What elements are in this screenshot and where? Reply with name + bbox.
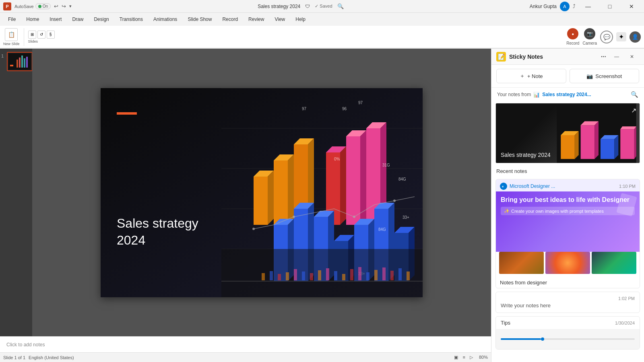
svg-text:31G: 31G (382, 163, 390, 167)
designer-footer-text: Notes from designer (500, 280, 547, 286)
mini-image-1 (499, 252, 544, 274)
screenshot-label: Screenshot (595, 73, 622, 79)
notes-placeholder: Click to add notes (6, 342, 45, 348)
tab-view[interactable]: View (270, 15, 290, 24)
undo-icon[interactable]: ↩ (54, 3, 58, 9)
tab-draw[interactable]: Draw (67, 15, 88, 24)
svg-rect-1 (17, 60, 18, 68)
sticky-more-button[interactable]: ··· (601, 53, 606, 60)
tab-record[interactable]: Record (217, 15, 243, 24)
share-icon[interactable]: ⤴ (573, 3, 576, 9)
note-card-tips[interactable]: Tips 1/30/2024 (495, 316, 640, 350)
file-name: Sales strategy 2024 (258, 4, 300, 9)
svg-point-62 (293, 216, 295, 218)
note-card-header: e Microsoft Designer ... 1:10 PM (496, 179, 640, 191)
slide-thumb-1[interactable] (7, 52, 33, 71)
tab-slideshow[interactable]: Slide Show (183, 15, 217, 24)
minimize-button[interactable]: — (579, 0, 597, 13)
autosave-toggle[interactable]: On (35, 3, 51, 9)
svg-rect-2 (19, 58, 21, 68)
outline-view-btn[interactable]: ≡ (461, 355, 466, 360)
avatar[interactable]: A (560, 2, 570, 11)
sticky-close-button[interactable]: ✕ (625, 50, 639, 63)
ppt-mini-icon: 📊 (533, 92, 540, 98)
ribbon-tabs: File Home Insert Draw Design Transitions… (0, 13, 644, 26)
tab-design[interactable]: Design (89, 15, 114, 24)
redo-icon[interactable]: ↪ (62, 3, 66, 9)
note-card-designer[interactable]: e Microsoft Designer ... 1:10 PM Bring y… (495, 179, 640, 288)
tips-progress-fill (501, 338, 541, 340)
notes-area[interactable]: Click to add notes (0, 336, 491, 352)
designer-banner-title: Bring your best ideas to life with Desig… (501, 196, 635, 204)
tab-insert[interactable]: Insert (45, 15, 66, 24)
mini-image-3 (592, 252, 636, 274)
maximize-button[interactable]: □ (601, 0, 619, 13)
sticky-minimize-button[interactable]: — (609, 50, 624, 63)
slide-main[interactable]: 97 96 97 84G 33+ 0% 84G 31G 33+ (101, 88, 423, 297)
slide-number: 1 (0, 52, 5, 60)
slide-1-container: 1 (0, 52, 33, 71)
note-expand-button[interactable]: ↗ (631, 107, 636, 114)
svg-rect-78 (350, 269, 353, 280)
slideshow-btn[interactable]: ▷ (468, 355, 475, 360)
autosave-label: AutoSave (14, 4, 34, 9)
note-card-featured[interactable]: Sales strategy 2024 ↗ (495, 103, 640, 163)
quick-access-icon[interactable]: ▾ (69, 4, 72, 9)
svg-marker-95 (614, 135, 618, 159)
svg-rect-84 (398, 268, 402, 280)
user-icon[interactable]: 👤 (630, 31, 641, 43)
note-tips-title: Tips (501, 320, 510, 326)
svg-rect-77 (342, 274, 345, 280)
layout-btn[interactable]: ⊞ (28, 31, 36, 39)
note-featured-title: Sales strategy 2024 (501, 152, 551, 158)
tab-transitions[interactable]: Transitions (115, 15, 148, 24)
account-name: Ankur Gupta (530, 4, 557, 9)
new-slide-label: New Slide (3, 42, 20, 46)
tab-file[interactable]: File (3, 15, 21, 24)
camera-button[interactable]: 📷 (584, 28, 595, 39)
note-card-plain[interactable]: 1:02 PM Write your notes here (495, 292, 640, 313)
svg-rect-73 (310, 273, 313, 280)
svg-rect-75 (326, 268, 329, 280)
title-bar: P AutoSave On ↩ ↪ ▾ Sales strategy 2024 … (0, 0, 644, 13)
search-icon[interactable]: 🔍 (337, 3, 344, 9)
note-tips-header: Tips 1/30/2024 (496, 317, 640, 329)
designer-section[interactable]: ✦ (616, 32, 626, 41)
svg-marker-89 (575, 131, 579, 159)
view-controls: ▣ ≡ ▷ 80% (452, 355, 488, 360)
comment-button[interactable]: 💬 (600, 31, 613, 43)
reset-btn[interactable]: ↺ (37, 31, 45, 39)
tab-help[interactable]: Help (291, 15, 310, 24)
main-area: 1 (0, 49, 644, 362)
svg-rect-79 (358, 267, 361, 280)
svg-rect-82 (382, 267, 386, 280)
note-tips-preview (496, 329, 640, 349)
svg-marker-25 (346, 136, 360, 225)
tab-animations[interactable]: Animations (149, 15, 182, 24)
slides-label: Slides (28, 39, 38, 43)
svg-text:96: 96 (342, 107, 347, 111)
ppt-logo: P (3, 2, 11, 10)
close-button[interactable]: ✕ (622, 0, 641, 13)
designer-sub-bar: ✨ Create your own images with prompt tem… (501, 207, 635, 215)
tab-review[interactable]: Review (244, 15, 269, 24)
language: English (United States) (29, 355, 74, 360)
svg-point-61 (252, 228, 255, 230)
svg-marker-90 (580, 125, 594, 159)
designer-sub-text: Create your own images with prompt templ… (511, 209, 604, 214)
record-button[interactable]: ● (567, 28, 578, 39)
context-file-link[interactable]: Sales strategy 2024... (542, 92, 591, 97)
svg-marker-18 (288, 154, 294, 225)
svg-rect-67 (262, 273, 265, 280)
sticky-notes-list: Sales strategy 2024 ↗ Recent notes e Mic… (491, 100, 644, 362)
svg-marker-92 (594, 121, 599, 159)
search-icon[interactable]: 🔍 (631, 91, 638, 98)
svg-point-63 (353, 216, 355, 218)
new-note-button[interactable]: ＋ + Note (496, 69, 566, 83)
section-btn[interactable]: § (47, 31, 55, 39)
tab-home[interactable]: Home (21, 15, 44, 24)
new-slide-button[interactable]: 📋 (5, 28, 18, 41)
normal-view-btn[interactable]: ▣ (452, 355, 460, 360)
svg-rect-85 (407, 272, 410, 280)
screenshot-button[interactable]: 📷 Screenshot (570, 69, 640, 83)
